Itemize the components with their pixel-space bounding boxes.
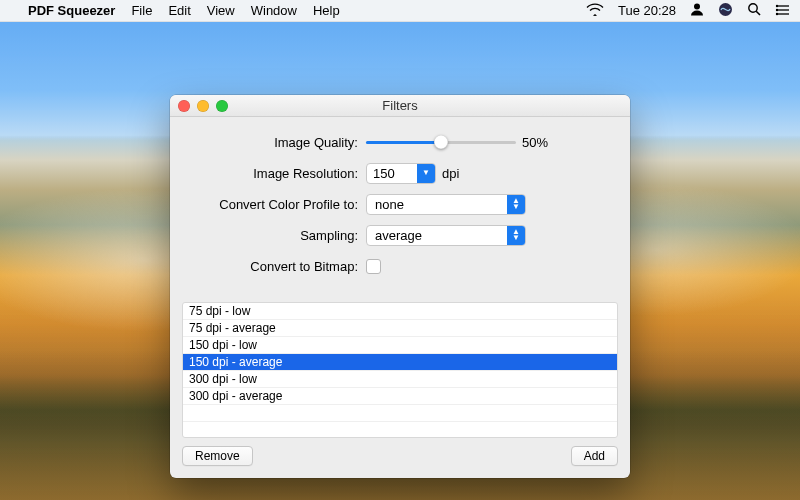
svg-point-8 bbox=[776, 8, 778, 10]
window-titlebar[interactable]: Filters bbox=[170, 95, 630, 117]
list-item[interactable]: 300 dpi - low bbox=[183, 371, 617, 388]
bottom-toolbar: Remove Add bbox=[170, 446, 630, 478]
zoom-button[interactable] bbox=[216, 100, 228, 112]
image-quality-slider[interactable] bbox=[366, 134, 516, 150]
image-resolution-combobox[interactable]: 150 ▼ bbox=[366, 163, 436, 184]
menu-file[interactable]: File bbox=[131, 3, 152, 18]
convert-bitmap-label: Convert to Bitmap: bbox=[188, 259, 366, 274]
updown-icon[interactable]: ▲▼ bbox=[507, 226, 525, 245]
menu-view[interactable]: View bbox=[207, 3, 235, 18]
image-resolution-label: Image Resolution: bbox=[188, 166, 366, 181]
sampling-select[interactable]: average ▲▼ bbox=[366, 225, 526, 246]
spotlight-icon[interactable] bbox=[747, 2, 761, 19]
resolution-unit: dpi bbox=[442, 166, 459, 181]
chevron-down-icon[interactable]: ▼ bbox=[417, 164, 435, 183]
list-item[interactable]: 75 dpi - average bbox=[183, 320, 617, 337]
user-icon[interactable] bbox=[690, 2, 704, 19]
wifi-icon[interactable] bbox=[586, 3, 604, 19]
filter-presets-list[interactable]: 75 dpi - low 75 dpi - average 150 dpi - … bbox=[182, 302, 618, 438]
menu-help[interactable]: Help bbox=[313, 3, 340, 18]
list-item[interactable]: 300 dpi - average bbox=[183, 388, 617, 405]
svg-point-2 bbox=[749, 4, 757, 12]
svg-point-9 bbox=[776, 12, 778, 14]
filters-window: Filters Image Quality: 50% Image Resolut… bbox=[170, 95, 630, 478]
list-item[interactable]: 75 dpi - low bbox=[183, 303, 617, 320]
menubar: PDF Squeezer File Edit View Window Help … bbox=[0, 0, 800, 22]
list-item[interactable] bbox=[183, 405, 617, 422]
image-quality-value: 50% bbox=[522, 135, 548, 150]
updown-icon[interactable]: ▲▼ bbox=[507, 195, 525, 214]
sampling-label: Sampling: bbox=[188, 228, 366, 243]
notification-center-icon[interactable] bbox=[775, 3, 790, 19]
app-name[interactable]: PDF Squeezer bbox=[28, 3, 115, 18]
image-quality-label: Image Quality: bbox=[188, 135, 366, 150]
menu-edit[interactable]: Edit bbox=[168, 3, 190, 18]
list-item[interactable]: 150 dpi - average bbox=[183, 354, 617, 371]
filter-settings-form: Image Quality: 50% Image Resolution: 150… bbox=[170, 117, 630, 296]
color-profile-label: Convert Color Profile to: bbox=[188, 197, 366, 212]
svg-line-3 bbox=[756, 11, 760, 15]
close-button[interactable] bbox=[178, 100, 190, 112]
window-title: Filters bbox=[382, 98, 417, 113]
minimize-button[interactable] bbox=[197, 100, 209, 112]
svg-point-0 bbox=[694, 4, 700, 10]
add-button[interactable]: Add bbox=[571, 446, 618, 466]
siri-icon[interactable] bbox=[718, 2, 733, 20]
list-item[interactable] bbox=[183, 422, 617, 438]
list-item[interactable]: 150 dpi - low bbox=[183, 337, 617, 354]
remove-button[interactable]: Remove bbox=[182, 446, 253, 466]
color-profile-select[interactable]: none ▲▼ bbox=[366, 194, 526, 215]
menubar-clock[interactable]: Tue 20:28 bbox=[618, 3, 676, 18]
svg-point-7 bbox=[776, 4, 778, 6]
menu-window[interactable]: Window bbox=[251, 3, 297, 18]
convert-bitmap-checkbox[interactable] bbox=[366, 259, 381, 274]
